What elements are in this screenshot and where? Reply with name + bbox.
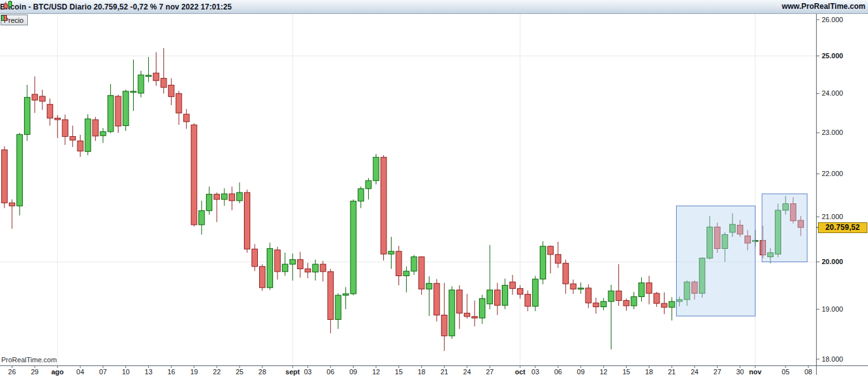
candle-body-up[interactable]: [502, 285, 508, 305]
candle-body-up[interactable]: [366, 180, 371, 189]
x-axis-label: 28: [258, 368, 266, 376]
candle-body-down[interactable]: [570, 284, 576, 289]
candle-body-down[interactable]: [585, 288, 591, 303]
x-axis-label: 03: [532, 368, 539, 376]
candle-body-up[interactable]: [335, 295, 341, 319]
candle-body-up[interactable]: [480, 298, 485, 318]
candle-body-down[interactable]: [229, 194, 235, 201]
candle-body-down[interactable]: [472, 317, 478, 318]
pattern-range-box[interactable]: [677, 206, 755, 316]
candle-body-down[interactable]: [547, 246, 553, 255]
candle-body-up[interactable]: [426, 283, 432, 289]
candle-body-down[interactable]: [457, 290, 463, 314]
candle-body-up[interactable]: [388, 251, 394, 254]
price-pane-icon: [1, 15, 7, 21]
candle-body-down[interactable]: [153, 73, 159, 80]
candle-body-down[interactable]: [297, 260, 303, 269]
candle-body-up[interactable]: [290, 260, 295, 264]
candle-body-down[interactable]: [39, 96, 45, 101]
candle-body-down[interactable]: [495, 290, 501, 305]
pattern-range-box[interactable]: [762, 194, 807, 262]
candle-body-down[interactable]: [381, 157, 386, 254]
candle-body-down[interactable]: [320, 264, 326, 272]
candle-body-down[interactable]: [70, 136, 75, 140]
candle-body-up[interactable]: [267, 248, 272, 288]
candle-body-down[interactable]: [54, 118, 60, 119]
candle-body-down[interactable]: [555, 255, 561, 263]
candle-body-up[interactable]: [449, 290, 455, 336]
candle-body-down[interactable]: [442, 315, 447, 336]
candle-body-down[interactable]: [93, 120, 98, 136]
candle-body-down[interactable]: [661, 303, 667, 307]
candle-body-up[interactable]: [373, 157, 379, 180]
candle-body-up[interactable]: [222, 194, 227, 200]
candle-body-up[interactable]: [24, 98, 30, 134]
candle-body-down[interactable]: [328, 272, 333, 320]
candle-body-up[interactable]: [350, 201, 356, 294]
y-axis-label: 26.000: [822, 16, 843, 24]
candle-body-down[interactable]: [77, 141, 83, 151]
candle-body-down[interactable]: [623, 300, 629, 305]
candle-body-up[interactable]: [669, 301, 675, 307]
candle-body-up[interactable]: [85, 119, 91, 151]
candle-body-down[interactable]: [62, 120, 68, 136]
candle-body-down[interactable]: [593, 303, 599, 307]
candle-body-up[interactable]: [237, 193, 243, 201]
candle-body-up[interactable]: [601, 301, 606, 307]
x-axis-label: 30: [736, 368, 744, 376]
candle-body-down[interactable]: [191, 125, 197, 225]
candle-body-down[interactable]: [176, 94, 182, 113]
candle-body-down[interactable]: [419, 256, 424, 289]
candle-body-up[interactable]: [411, 256, 417, 271]
candle-body-down[interactable]: [434, 283, 440, 315]
candle-body-down[interactable]: [305, 269, 310, 272]
candlestick-chart-canvas[interactable]: [0, 0, 868, 380]
candle-body-up[interactable]: [282, 264, 288, 272]
candle-body-down[interactable]: [464, 313, 470, 316]
candle-body-down[interactable]: [517, 289, 523, 294]
candle-body-down[interactable]: [2, 150, 8, 203]
candle-body-down[interactable]: [169, 85, 174, 96]
candle-body-down[interactable]: [654, 293, 660, 303]
candle-body-down[interactable]: [646, 283, 652, 293]
candle-body-up[interactable]: [207, 194, 212, 211]
candle-body-down[interactable]: [184, 114, 189, 122]
candle-body-up[interactable]: [108, 96, 113, 132]
candle-body-up[interactable]: [404, 271, 409, 276]
candle-body-up[interactable]: [532, 279, 538, 307]
candle-body-up[interactable]: [146, 75, 151, 77]
candle-body-up[interactable]: [540, 246, 546, 279]
candle-body-up[interactable]: [631, 296, 637, 305]
candle-body-down[interactable]: [214, 194, 220, 200]
candle-body-down[interactable]: [32, 94, 37, 100]
candle-body-up[interactable]: [358, 189, 364, 201]
candle-body-down[interactable]: [616, 291, 622, 300]
candle-body-down[interactable]: [396, 251, 402, 276]
tab-precio[interactable]: Precio: [1, 15, 28, 25]
candle-body-down[interactable]: [115, 96, 121, 126]
candle-body-up[interactable]: [16, 134, 22, 206]
x-axis-label: 24: [463, 368, 471, 376]
candle-body-down[interactable]: [563, 263, 568, 284]
candle-body-up[interactable]: [487, 290, 493, 304]
candle-body-down[interactable]: [9, 203, 15, 206]
candle-body-down[interactable]: [259, 267, 265, 288]
candle-body-down[interactable]: [161, 79, 167, 87]
candle-body-down[interactable]: [509, 282, 515, 288]
candle-body-down[interactable]: [245, 193, 250, 249]
candle-body-up[interactable]: [343, 294, 348, 295]
candle-body-down[interactable]: [252, 249, 258, 267]
candle-body-up[interactable]: [608, 291, 614, 301]
candle-body-up[interactable]: [123, 91, 129, 125]
candle-body-up[interactable]: [639, 283, 644, 297]
candle-body-up[interactable]: [100, 132, 106, 136]
x-axis-label: 10: [122, 368, 129, 376]
candle-body-up[interactable]: [312, 264, 318, 272]
candle-body-down[interactable]: [47, 104, 53, 118]
candle-body-down[interactable]: [525, 294, 530, 307]
candle-body-down[interactable]: [274, 250, 280, 272]
candle-body-up[interactable]: [578, 288, 584, 289]
candle-body-up[interactable]: [199, 211, 205, 225]
candle-body-up[interactable]: [138, 75, 144, 93]
candle-body-up[interactable]: [131, 91, 136, 92]
